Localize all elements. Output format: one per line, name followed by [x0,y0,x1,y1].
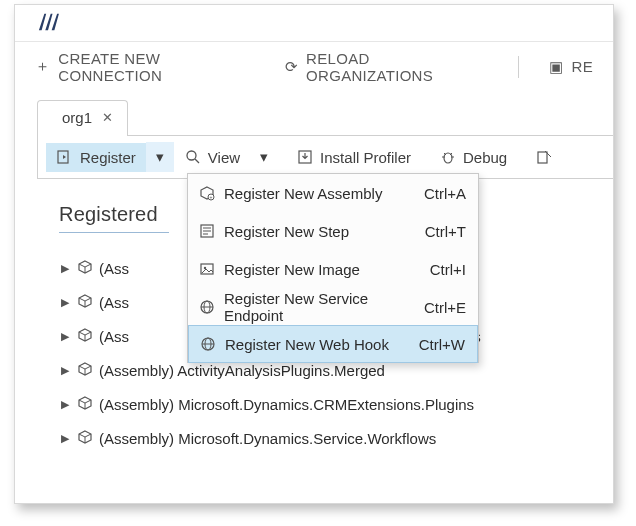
menu-item-register-step[interactable]: Register New Step Ctrl+T [188,212,478,250]
package-icon [77,327,93,346]
tree-item-label: (Assembly) Microsoft.Dynamics.Service.Wo… [99,430,436,447]
extra-button-partial[interactable] [525,143,563,171]
replay-button-partial[interactable]: ▣ RE [549,58,593,76]
search-icon [184,149,202,165]
menu-item-label: Register New Step [224,223,417,240]
install-icon [296,149,314,165]
tab-org1[interactable]: org1 ✕ [37,100,128,136]
reload-orgs-label: RELOAD ORGANIZATIONS [306,50,488,84]
expand-arrow-icon[interactable]: ▶ [59,330,71,343]
debug-button[interactable]: Debug [429,143,517,172]
menu-shortcut: Ctrl+I [430,261,466,278]
endpoint-icon [198,299,216,315]
chevron-down-icon: ▾ [260,148,268,165]
menu-item-register-webhook[interactable]: Register New Web Hook Ctrl+W [188,325,478,363]
plus-icon: ＋ [35,57,50,76]
image-icon [198,261,216,277]
menu-item-label: Register New Assembly [224,185,416,202]
create-connection-button[interactable]: ＋ CREATE NEW CONNECTION [35,50,255,84]
menu-item-register-assembly[interactable]: + Register New Assembly Ctrl+A [188,174,478,212]
package-icon [77,361,93,380]
logo-bar [15,5,613,41]
webhook-icon [199,336,217,352]
section-title: Registered [59,203,169,233]
svg-point-1 [187,151,196,160]
package-icon [77,395,93,414]
view-button[interactable]: View [174,143,250,172]
menu-shortcut: Ctrl+T [425,223,466,240]
tab-bar: org1 ✕ [37,91,613,135]
tree-item-label: (Ass [99,260,129,277]
expand-arrow-icon[interactable]: ▶ [59,364,71,377]
body-area: Registered ▶ (Ass ▶ (Ass s ▶ (Ass [37,179,613,455]
reload-icon: ⟳ [285,58,298,76]
tree-item-label: (Ass [99,328,129,345]
step-icon [198,223,216,239]
close-icon[interactable]: ✕ [102,110,113,125]
package-icon [77,429,93,448]
svg-text:+: + [210,194,213,200]
top-toolbar: ＋ CREATE NEW CONNECTION ⟳ RELOAD ORGANIZ… [15,41,613,91]
menu-item-label: Register New Web Hook [225,336,411,353]
replay-label-partial: RE [572,58,593,75]
install-profiler-label: Install Profiler [320,149,411,166]
install-profiler-button[interactable]: Install Profiler [286,143,421,172]
reload-orgs-button[interactable]: ⟳ RELOAD ORGANIZATIONS [285,50,489,84]
expand-arrow-icon[interactable]: ▶ [59,432,71,445]
view-label: View [208,149,240,166]
debug-icon [439,149,457,165]
play-square-icon: ▣ [549,58,563,76]
package-icon [77,259,93,278]
tree-item-label: (Ass [99,294,129,311]
menu-shortcut: Ctrl+A [424,185,466,202]
expand-arrow-icon[interactable]: ▶ [59,398,71,411]
create-connection-label: CREATE NEW CONNECTION [58,50,254,84]
register-button[interactable]: Register [46,143,146,172]
chevron-down-icon: ▾ [156,148,164,165]
tree-row[interactable]: ▶ (Assembly) Microsoft.Dynamics.CRMExten… [59,387,613,421]
content-area: org1 ✕ Register ▾ View ▾ [15,91,613,455]
toolbar-separator [518,56,519,78]
menu-shortcut: Ctrl+W [419,336,465,353]
assembly-icon: + [198,185,216,201]
register-dropdown-menu: + Register New Assembly Ctrl+A Register … [187,173,479,363]
svg-line-2 [195,159,199,163]
debug-label: Debug [463,149,507,166]
tree-item-label: (Assembly) Microsoft.Dynamics.CRMExtensi… [99,396,474,413]
menu-item-label: Register New Service Endpoint [224,290,416,324]
menu-item-register-image[interactable]: Register New Image Ctrl+I [188,250,478,288]
expand-arrow-icon[interactable]: ▶ [59,262,71,275]
svg-rect-9 [538,152,547,163]
register-label: Register [80,149,136,166]
tab-label: org1 [62,109,92,126]
expand-arrow-icon[interactable]: ▶ [59,296,71,309]
dynamics-logo-icon [37,12,59,35]
menu-item-label: Register New Image [224,261,422,278]
tree-row[interactable]: ▶ (Assembly) Microsoft.Dynamics.Service.… [59,421,613,455]
view-dropdown-chevron[interactable]: ▾ [250,142,278,172]
unregister-icon [535,149,553,165]
package-icon [77,293,93,312]
app-window: ＋ CREATE NEW CONNECTION ⟳ RELOAD ORGANIZ… [14,4,614,504]
menu-shortcut: Ctrl+E [424,299,466,316]
register-dropdown-chevron[interactable]: ▾ [146,142,174,172]
register-icon [56,149,74,165]
tree-item-label: (Assembly) ActivityAnalysisPlugins.Merge… [99,362,385,379]
menu-item-register-endpoint[interactable]: Register New Service Endpoint Ctrl+E [188,288,478,326]
